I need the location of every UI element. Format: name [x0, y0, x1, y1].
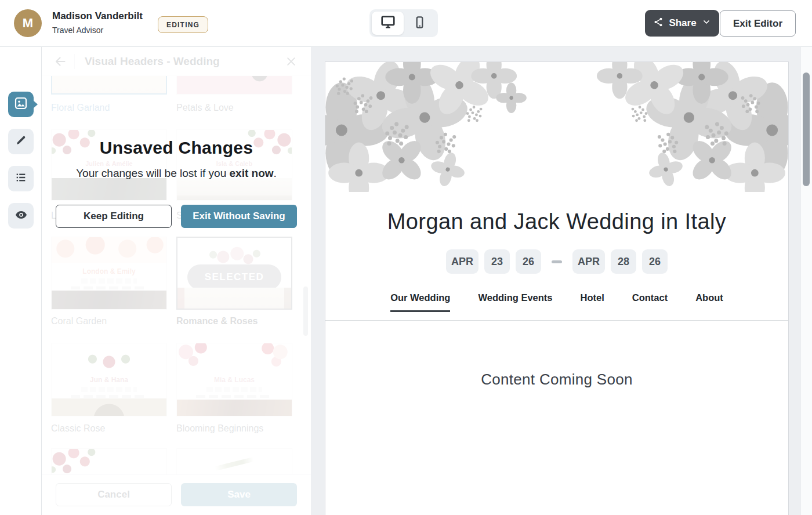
tab-wedding-events[interactable]: Wedding Events: [478, 292, 552, 312]
visual-headers-panel: Floral Garland Petals & Love Julien & Am…: [42, 47, 311, 515]
sidebar-item-preview[interactable]: [8, 203, 34, 229]
eye-icon: [14, 208, 28, 224]
modal-body-text: Your changes will be lost if you: [76, 167, 229, 179]
avatar: M: [14, 9, 42, 37]
keep-editing-button[interactable]: Keep Editing: [56, 205, 172, 228]
mobile-toggle-button[interactable]: [404, 12, 436, 35]
exit-editor-label: Exit Editor: [733, 18, 782, 30]
editor-sidebar: [0, 47, 42, 515]
user-name: Madison Vanderbilt: [52, 10, 143, 22]
editing-badge: EDITING: [158, 16, 208, 33]
list-icon: [14, 171, 27, 186]
chevron-down-icon: [702, 17, 711, 30]
desktop-icon: [380, 14, 396, 32]
floral-header-image: [325, 62, 788, 192]
date-end-day: 28: [611, 249, 636, 274]
date-start-year: 26: [516, 249, 541, 274]
modal-body-bold: exit now: [230, 167, 274, 179]
tab-hotel[interactable]: Hotel: [581, 292, 604, 312]
floral-cluster-right: [575, 62, 788, 192]
date-start-month: APR: [446, 249, 478, 274]
date-end-year: 26: [642, 249, 668, 274]
exit-editor-button[interactable]: Exit Editor: [720, 10, 796, 37]
share-label: Share: [669, 17, 696, 29]
nav-divider: [325, 320, 788, 321]
scrollbar-track: [800, 47, 812, 515]
modal-title: Unsaved Changes: [42, 138, 311, 158]
date-start-day: 23: [484, 249, 510, 274]
date-end-month: APR: [572, 249, 605, 274]
share-button[interactable]: Share: [645, 10, 719, 37]
user-role: Travel Advisor: [52, 26, 103, 35]
site-title: Morgan and Jack Wedding in Italy: [325, 209, 788, 234]
site-nav: Our Wedding Wedding Events Hotel Contact…: [325, 292, 788, 312]
mobile-icon: [413, 16, 426, 31]
sidebar-item-sections[interactable]: [8, 166, 34, 191]
modal-body-period: .: [274, 167, 277, 179]
device-preview-toggle: [369, 9, 438, 37]
tab-our-wedding[interactable]: Our Wedding: [390, 292, 450, 312]
top-bar: M Madison Vanderbilt Travel Advisor EDIT…: [0, 0, 812, 47]
modal-backdrop: [42, 47, 311, 515]
floral-cluster-left: [325, 62, 538, 192]
exit-without-saving-button[interactable]: Exit Without Saving: [181, 205, 297, 228]
wedding-dates: APR 23 26 APR 28 26: [325, 249, 788, 274]
pencil-icon: [14, 134, 27, 149]
tab-contact[interactable]: Contact: [632, 292, 668, 312]
site-preview-card: Morgan and Jack Wedding in Italy APR 23 …: [325, 61, 789, 515]
content-placeholder: Content Coming Soon: [325, 371, 788, 389]
modal-body: Your changes will be lost if you exit no…: [42, 167, 311, 180]
tab-about[interactable]: About: [695, 292, 723, 312]
site-preview-area: Morgan and Jack Wedding in Italy APR 23 …: [311, 47, 812, 515]
desktop-toggle-button[interactable]: [372, 12, 404, 35]
sidebar-item-visual-headers[interactable]: [8, 92, 34, 117]
sidebar-item-edit[interactable]: [8, 129, 34, 154]
share-icon: [653, 17, 664, 30]
date-range-dash: [552, 260, 562, 263]
scrollbar-thumb[interactable]: [803, 72, 810, 186]
image-icon: [14, 96, 28, 113]
